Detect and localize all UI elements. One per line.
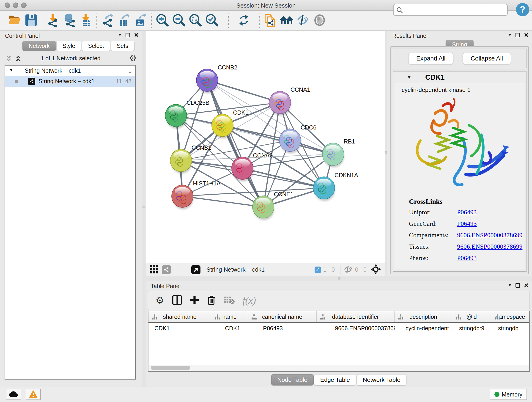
string-network-graph[interactable]: CCNB2CCNA1CDC25BCDK1CDC6RB1CCNB1CCNA2CDK… — [146, 31, 385, 263]
gene-section-header[interactable]: ▼ CDK1 — [393, 71, 526, 83]
tab-sets[interactable]: Sets — [111, 41, 134, 51]
network-node-cdc25b[interactable] — [165, 104, 187, 128]
pharos-link[interactable]: P06493 — [457, 254, 477, 262]
tab-edge-table[interactable]: Edge Table — [314, 374, 356, 385]
clone-network-button[interactable] — [262, 13, 278, 28]
network-node-rb1[interactable] — [322, 143, 344, 167]
hidden-eye-slash-icon[interactable] — [344, 265, 353, 274]
horizontal-splitter[interactable] — [146, 276, 532, 281]
refresh-view-button[interactable] — [235, 13, 252, 28]
table-horizontal-scrollbar[interactable] — [149, 365, 529, 371]
network-node-cdkn1a[interactable] — [313, 177, 335, 201]
uniprot-link[interactable]: P06493 — [457, 209, 477, 216]
column-header-namespace[interactable]: namespace — [491, 311, 529, 322]
network-node-ccnb1[interactable] — [170, 149, 192, 173]
expand-all-button[interactable]: Expand All — [408, 53, 454, 64]
network-row[interactable]: String Network – cdk1 11 48 — [5, 76, 135, 87]
selected-nodes-checkbox[interactable]: ✓ — [315, 267, 321, 273]
zoom-in-button[interactable] — [154, 13, 171, 28]
column-header-name[interactable]: name — [211, 311, 248, 322]
column-header-description[interactable]: description — [394, 311, 452, 322]
table-row[interactable]: CDK1 CDK1 P06493 9606.ENSP00000378699 cy… — [148, 323, 529, 334]
column-tree-icon — [320, 314, 326, 321]
network-node-ccna1[interactable] — [269, 91, 291, 115]
left-splitter[interactable] — [142, 31, 146, 387]
function-builder-button[interactable]: f(x) — [243, 295, 256, 306]
network-node-ccnb2[interactable] — [196, 69, 218, 93]
tab-node-table[interactable]: Node Table — [271, 374, 314, 385]
column-header-database-identifier[interactable]: database identifier — [317, 311, 394, 322]
help-button[interactable]: ? — [516, 3, 529, 16]
panel-collapse-icon[interactable]: ▼ — [508, 283, 512, 288]
tab-style[interactable]: Style — [56, 41, 82, 51]
column-header-id[interactable]: @id — [452, 311, 491, 322]
import-network-icon — [46, 13, 59, 28]
node-label-rb1: RB1 — [344, 138, 355, 145]
panel-close-icon[interactable]: ✕ — [134, 33, 139, 37]
cloud-tasks-button[interactable] — [6, 389, 21, 400]
node-label-ccna1: CCNA1 — [291, 86, 310, 93]
show-glass-panel-button[interactable] — [311, 13, 328, 28]
network-options-gear-icon[interactable]: ⚙ — [129, 54, 137, 62]
import-network-database-button[interactable] — [61, 13, 78, 28]
horizontal-splitter-handle[interactable] — [338, 277, 341, 280]
string-home-button[interactable] — [278, 13, 295, 28]
add-row-icon[interactable] — [190, 295, 199, 306]
zoom-out-button[interactable] — [171, 13, 187, 28]
network-node-ccne1[interactable] — [253, 196, 274, 220]
table-options-gear-icon[interactable]: ⚙ — [156, 296, 164, 305]
save-session-button[interactable] — [23, 13, 39, 28]
hidden-count: 0 - 0 — [355, 266, 367, 273]
compartments-link[interactable]: 9606.ENSP00000378699 — [457, 231, 522, 239]
tab-network[interactable]: Network — [22, 41, 56, 51]
panel-float-icon[interactable] — [126, 33, 130, 37]
network-node-hist1h1a[interactable] — [172, 185, 193, 209]
tab-network-table[interactable]: Network Table — [356, 374, 406, 385]
delete-row-trash-icon[interactable] — [207, 295, 215, 306]
zoom-fit-button[interactable] — [187, 13, 204, 28]
scrollbar-thumb[interactable] — [151, 366, 190, 370]
panel-close-icon[interactable]: ✕ — [524, 33, 529, 37]
export-network-button[interactable] — [99, 13, 116, 28]
open-in-new-window-icon[interactable] — [191, 265, 201, 274]
import-table-button[interactable] — [78, 13, 94, 28]
tissues-link[interactable]: 9606.ENSP00000378699 — [457, 243, 522, 250]
open-session-button[interactable] — [6, 13, 23, 28]
search-input[interactable] — [393, 4, 508, 16]
left-splitter-handle[interactable] — [143, 206, 145, 208]
column-tree-icon — [494, 314, 500, 321]
panel-collapse-icon[interactable]: ▼ — [508, 32, 512, 37]
export-image-button[interactable] — [133, 13, 149, 28]
genecard-link[interactable]: P06493 — [457, 220, 477, 227]
panel-collapse-icon[interactable]: ▼ — [118, 32, 122, 37]
network-type-share-icon[interactable] — [162, 265, 171, 274]
crosslinks-section: CrossLinks Uniprot:P06493 GeneCard:P0649… — [409, 198, 524, 262]
collapse-all-button[interactable]: Collapse All — [462, 53, 511, 64]
warnings-button[interactable] — [26, 389, 41, 400]
delete-table-icon[interactable] — [223, 296, 235, 305]
network-node-cdk1[interactable] — [212, 114, 233, 138]
column-header-shared-name[interactable]: shared name — [148, 311, 211, 322]
panel-float-icon[interactable] — [515, 33, 520, 37]
show-columns-icon[interactable] — [172, 295, 182, 306]
column-header-canonical-name[interactable]: canonical name — [248, 311, 317, 322]
protein-structure-image — [404, 98, 512, 194]
right-splitter[interactable] — [385, 31, 387, 277]
export-table-button[interactable] — [116, 13, 133, 28]
panel-close-icon[interactable]: ✕ — [524, 283, 529, 288]
pan-crosshair-icon[interactable] — [371, 264, 381, 275]
crosslink-label: Tissues: — [409, 243, 457, 250]
network-canvas[interactable]: CCNB2CCNA1CDC25BCDK1CDC6RB1CCNB1CCNA2CDK… — [146, 31, 385, 263]
hide-glass-panel-button[interactable] — [295, 13, 311, 28]
zoom-selected-button[interactable] — [204, 13, 220, 28]
tab-select[interactable]: Select — [82, 41, 110, 51]
refresh-icon — [237, 14, 250, 27]
collection-expand-icon[interactable]: ▼ — [9, 68, 13, 73]
birds-eye-view-icon[interactable] — [149, 265, 158, 275]
panel-float-icon[interactable] — [515, 283, 520, 288]
network-node-cdc6[interactable] — [279, 129, 301, 153]
memory-button[interactable]: Memory — [490, 389, 527, 400]
import-network-file-button[interactable] — [45, 13, 61, 28]
section-expand-icon[interactable]: ▼ — [407, 75, 412, 80]
network-collection-row[interactable]: ▼ String Network – cdk1 1 — [5, 65, 135, 76]
